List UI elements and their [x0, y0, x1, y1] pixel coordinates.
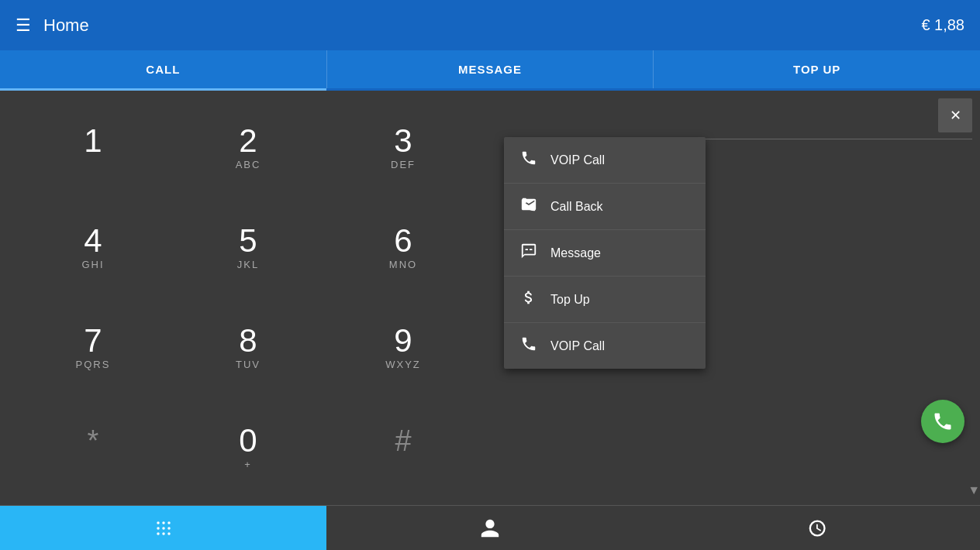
svg-rect-0 — [525, 249, 528, 250]
bottom-nav-dialpad[interactable] — [0, 506, 326, 550]
backspace-button[interactable]: ✕ — [938, 98, 972, 132]
scroll-arrow: ▼ — [968, 483, 980, 497]
dropdown-menu: VOIP Call Call Back Message Top Up — [504, 137, 706, 369]
dial-key-6[interactable]: 6 MNO — [326, 198, 481, 298]
menu-icon[interactable]: ☰ — [16, 15, 31, 36]
dial-key-0[interactable]: 0 + — [171, 397, 326, 497]
phone-icon-2 — [519, 335, 538, 356]
dropdown-label-voip-call-2: VOIP Call — [550, 339, 605, 353]
bottom-nav-history[interactable] — [654, 506, 980, 550]
header-left: ☰ Home — [16, 15, 89, 36]
phone-input[interactable] — [504, 105, 938, 126]
dropdown-label-top-up: Top Up — [550, 293, 590, 307]
phone-icon — [519, 150, 538, 170]
svg-point-7 — [167, 527, 171, 530]
dial-key-1[interactable]: 1 — [16, 98, 171, 198]
dial-key-3[interactable]: 3 DEF — [326, 98, 481, 198]
bottom-nav — [0, 505, 980, 550]
dial-key-8[interactable]: 8 TUV — [171, 298, 326, 398]
topup-icon — [519, 289, 538, 310]
dialpad: 1 2 ABC 3 DEF 4 GHI 5 JKL 6 MNO 7 PQRS 8 — [0, 91, 496, 505]
dropdown-item-call-back[interactable]: Call Back — [504, 184, 706, 230]
tab-topup[interactable]: TOP UP — [654, 50, 980, 88]
dropdown-label-call-back: Call Back — [550, 200, 603, 214]
header-title: Home — [43, 15, 89, 36]
svg-point-6 — [162, 527, 165, 530]
svg-point-2 — [157, 521, 160, 524]
svg-point-5 — [157, 527, 160, 530]
dial-key-star[interactable]: * — [16, 397, 171, 497]
message-icon — [519, 242, 538, 263]
dropdown-item-voip-call-2[interactable]: VOIP Call — [504, 323, 706, 369]
dial-key-hash[interactable]: # — [326, 397, 481, 497]
dropdown-item-message[interactable]: Message — [504, 230, 706, 277]
dial-key-7[interactable]: 7 PQRS — [16, 298, 171, 398]
svg-point-10 — [167, 532, 171, 535]
svg-rect-1 — [530, 249, 533, 250]
svg-point-4 — [167, 521, 171, 524]
input-row: ✕ — [504, 98, 972, 139]
dropdown-label-voip-call-1: VOIP Call — [550, 153, 605, 167]
svg-point-9 — [162, 532, 165, 535]
tab-bar: CALL MESSAGE TOP UP — [0, 50, 980, 91]
bottom-nav-contacts[interactable] — [326, 506, 653, 550]
right-panel: ✕ VOIP Call Call Back Message — [496, 91, 980, 505]
dial-key-9[interactable]: 9 WXYZ — [326, 298, 481, 398]
dropdown-item-top-up[interactable]: Top Up — [504, 277, 706, 323]
dial-key-5[interactable]: 5 JKL — [171, 198, 326, 298]
header-balance: € 1,88 — [921, 16, 964, 34]
svg-point-8 — [157, 532, 160, 535]
dial-key-2[interactable]: 2 ABC — [171, 98, 326, 198]
call-button[interactable] — [921, 400, 964, 443]
callback-icon — [519, 196, 538, 217]
svg-point-3 — [162, 521, 165, 524]
main-content: 1 2 ABC 3 DEF 4 GHI 5 JKL 6 MNO 7 PQRS 8 — [0, 91, 980, 505]
tab-call[interactable]: CALL — [0, 50, 327, 88]
dropdown-item-voip-call-1[interactable]: VOIP Call — [504, 137, 706, 184]
dial-key-4[interactable]: 4 GHI — [16, 198, 171, 298]
dropdown-label-message: Message — [550, 246, 601, 260]
app-header: ☰ Home € 1,88 — [0, 0, 980, 50]
tab-message[interactable]: MESSAGE — [327, 50, 654, 88]
